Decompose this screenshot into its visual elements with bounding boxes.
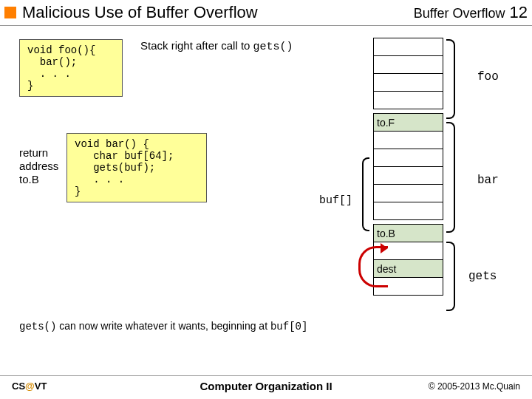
explain-fn: gets() xyxy=(19,321,56,332)
stack-cell xyxy=(374,92,443,109)
stack-cell xyxy=(374,149,443,167)
slide-header: Malicious Use of Buffer Overflow Buffer … xyxy=(0,0,532,26)
brace-bar-label: bar xyxy=(477,174,499,187)
header-bullet-icon xyxy=(4,7,16,18)
footer-vt: VT xyxy=(35,381,47,392)
stack-cell-toF: to.F xyxy=(374,114,443,132)
footer-copyright: © 2005-2013 Mc.Quain xyxy=(429,381,520,392)
section-label: Buffer Overflow xyxy=(414,6,505,21)
brace-gets-label: gets xyxy=(468,270,497,283)
stack-caption: Stack right after call to gets() xyxy=(140,39,293,53)
brace-gets-icon xyxy=(446,242,455,311)
slide-title: Malicious Use of Buffer Overflow xyxy=(22,3,258,22)
brace-buf-icon xyxy=(362,157,369,231)
stack-cell xyxy=(374,56,443,74)
stack-cell xyxy=(374,74,443,92)
stack-cell-toB: to.B xyxy=(374,225,443,242)
stack-cell xyxy=(374,132,443,149)
explain-buf: buf[0] xyxy=(270,321,307,332)
footer-at: @ xyxy=(25,381,35,392)
code-foo: void foo(){ bar(); . . . } xyxy=(19,39,123,97)
page-number: 12 xyxy=(510,3,528,22)
brace-foo-icon xyxy=(446,39,455,119)
stack-diagram: to.F to.B dest xyxy=(373,38,443,296)
stack-cell xyxy=(374,242,443,260)
code-bar: void bar() { char buf[64]; gets(buf); . … xyxy=(66,133,207,202)
explain-text: gets() can now write whatever it wants, … xyxy=(19,320,307,332)
stack-caption-text: Stack right after call to xyxy=(140,39,253,52)
stack-caption-fn: gets() xyxy=(253,41,293,53)
footer-cs: CS xyxy=(12,381,25,392)
stack-cell xyxy=(374,202,443,220)
return-address-label: return address to.B xyxy=(19,146,58,186)
slide-content: void foo(){ bar(); . . . } Stack right a… xyxy=(0,26,532,373)
stack-cell xyxy=(374,167,443,185)
stack-cell-dest: dest xyxy=(374,260,443,278)
header-right: Buffer Overflow 12 xyxy=(414,3,528,22)
brace-foo-label: foo xyxy=(477,70,499,83)
stack-cell xyxy=(374,185,443,202)
brace-bar-icon xyxy=(446,122,455,233)
buf-label: buf[] xyxy=(319,194,352,207)
footer-left: CS@VT xyxy=(12,381,47,392)
footer-center: Computer Organization II xyxy=(200,380,332,392)
explain-mid: can now write whatever it wants, beginni… xyxy=(56,320,270,332)
stack-cell xyxy=(374,38,443,56)
stack-cell xyxy=(374,278,443,296)
slide-footer: CS@VT Computer Organization II © 2005-20… xyxy=(0,375,532,396)
